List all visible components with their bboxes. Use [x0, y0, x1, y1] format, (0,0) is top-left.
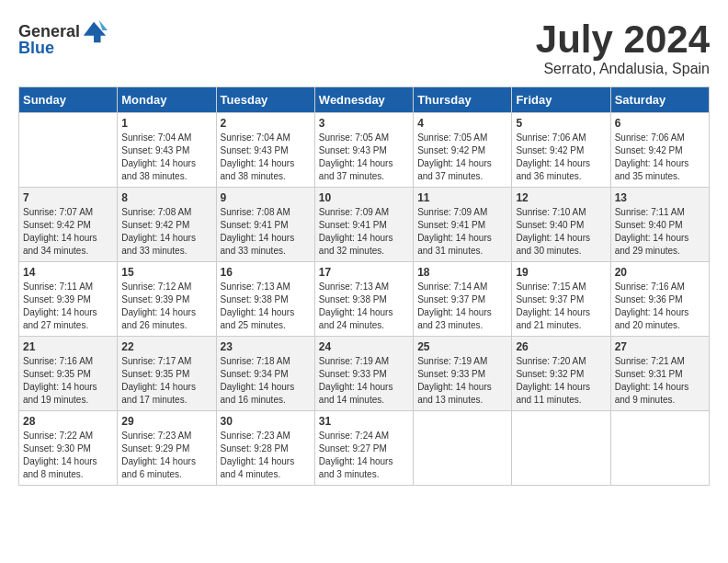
day-info: Sunrise: 7:08 AMSunset: 9:42 PMDaylight:… — [121, 206, 211, 258]
calendar-cell — [414, 411, 512, 486]
day-number: 25 — [417, 340, 507, 353]
day-info: Sunrise: 7:17 AMSunset: 9:35 PMDaylight:… — [121, 355, 211, 407]
calendar-cell: 18Sunrise: 7:14 AMSunset: 9:37 PMDayligh… — [414, 262, 512, 337]
calendar-cell: 6Sunrise: 7:06 AMSunset: 9:42 PMDaylight… — [610, 113, 709, 188]
calendar-cell: 28Sunrise: 7:22 AMSunset: 9:30 PMDayligh… — [19, 411, 118, 486]
day-info: Sunrise: 7:10 AMSunset: 9:40 PMDaylight:… — [516, 206, 606, 258]
day-info: Sunrise: 7:15 AMSunset: 9:37 PMDaylight:… — [516, 281, 606, 332]
calendar-cell: 3Sunrise: 7:05 AMSunset: 9:43 PMDaylight… — [314, 113, 413, 188]
day-info: Sunrise: 7:07 AMSunset: 9:42 PMDaylight:… — [23, 206, 113, 258]
day-info: Sunrise: 7:23 AMSunset: 9:28 PMDaylight:… — [221, 430, 311, 481]
calendar-cell: 30Sunrise: 7:23 AMSunset: 9:28 PMDayligh… — [216, 411, 314, 486]
calendar-week-row: 1Sunrise: 7:04 AMSunset: 9:43 PMDaylight… — [19, 113, 710, 188]
calendar-cell: 4Sunrise: 7:05 AMSunset: 9:42 PMDaylight… — [414, 113, 512, 188]
day-info: Sunrise: 7:06 AMSunset: 9:42 PMDaylight:… — [615, 132, 705, 183]
calendar-cell: 20Sunrise: 7:16 AMSunset: 9:36 PMDayligh… — [610, 262, 709, 337]
day-info: Sunrise: 7:21 AMSunset: 9:31 PMDaylight:… — [615, 355, 705, 407]
day-number: 18 — [417, 266, 507, 279]
day-info: Sunrise: 7:11 AMSunset: 9:39 PMDaylight:… — [23, 281, 113, 332]
day-info: Sunrise: 7:23 AMSunset: 9:29 PMDaylight:… — [121, 430, 211, 481]
day-number: 5 — [516, 117, 606, 130]
day-number: 1 — [121, 117, 211, 130]
day-info: Sunrise: 7:12 AMSunset: 9:39 PMDaylight:… — [121, 281, 211, 332]
day-number: 19 — [516, 266, 606, 279]
calendar-cell: 25Sunrise: 7:19 AMSunset: 9:33 PMDayligh… — [414, 337, 512, 411]
calendar-cell: 2Sunrise: 7:04 AMSunset: 9:43 PMDaylight… — [216, 113, 314, 188]
day-info: Sunrise: 7:05 AMSunset: 9:42 PMDaylight:… — [417, 132, 507, 183]
day-number: 21 — [23, 340, 113, 353]
calendar-table: SundayMondayTuesdayWednesdayThursdayFrid… — [18, 86, 710, 486]
calendar-header-row: SundayMondayTuesdayWednesdayThursdayFrid… — [19, 87, 710, 113]
day-info: Sunrise: 7:24 AMSunset: 9:27 PMDaylight:… — [319, 430, 409, 481]
header: General Blue July 2024 Serrato, Andalusi… — [18, 18, 710, 77]
calendar-cell: 11Sunrise: 7:09 AMSunset: 9:41 PMDayligh… — [414, 188, 512, 262]
day-number: 24 — [319, 340, 409, 353]
day-number: 13 — [615, 191, 705, 204]
col-header-friday: Friday — [512, 87, 610, 113]
calendar-cell: 7Sunrise: 7:07 AMSunset: 9:42 PMDaylight… — [19, 188, 118, 262]
day-number: 9 — [221, 191, 311, 204]
day-info: Sunrise: 7:22 AMSunset: 9:30 PMDaylight:… — [23, 430, 113, 481]
calendar-cell: 13Sunrise: 7:11 AMSunset: 9:40 PMDayligh… — [610, 188, 709, 262]
logo-icon — [82, 18, 108, 44]
calendar-cell: 16Sunrise: 7:13 AMSunset: 9:38 PMDayligh… — [216, 262, 314, 337]
day-number: 2 — [221, 117, 311, 130]
day-number: 29 — [121, 415, 211, 428]
calendar-cell: 26Sunrise: 7:20 AMSunset: 9:32 PMDayligh… — [512, 337, 610, 411]
day-number: 17 — [319, 266, 409, 279]
day-info: Sunrise: 7:13 AMSunset: 9:38 PMDaylight:… — [319, 281, 409, 332]
calendar-cell — [512, 411, 610, 486]
day-info: Sunrise: 7:13 AMSunset: 9:38 PMDaylight:… — [221, 281, 311, 332]
day-number: 23 — [221, 340, 311, 353]
day-info: Sunrise: 7:05 AMSunset: 9:43 PMDaylight:… — [319, 132, 409, 183]
day-number: 16 — [221, 266, 311, 279]
col-header-thursday: Thursday — [414, 87, 512, 113]
calendar-cell: 17Sunrise: 7:13 AMSunset: 9:38 PMDayligh… — [314, 262, 413, 337]
day-number: 20 — [615, 266, 705, 279]
day-info: Sunrise: 7:18 AMSunset: 9:34 PMDaylight:… — [221, 355, 311, 407]
day-number: 7 — [23, 191, 113, 204]
day-info: Sunrise: 7:04 AMSunset: 9:43 PMDaylight:… — [121, 132, 211, 183]
calendar-cell: 8Sunrise: 7:08 AMSunset: 9:42 PMDaylight… — [118, 188, 216, 262]
day-number: 31 — [319, 415, 409, 428]
calendar-cell: 22Sunrise: 7:17 AMSunset: 9:35 PMDayligh… — [118, 337, 216, 411]
calendar-cell: 19Sunrise: 7:15 AMSunset: 9:37 PMDayligh… — [512, 262, 610, 337]
day-number: 11 — [417, 191, 507, 204]
calendar-cell: 1Sunrise: 7:04 AMSunset: 9:43 PMDaylight… — [118, 113, 216, 188]
day-info: Sunrise: 7:19 AMSunset: 9:33 PMDaylight:… — [319, 355, 409, 407]
calendar-week-row: 7Sunrise: 7:07 AMSunset: 9:42 PMDaylight… — [19, 188, 710, 262]
day-number: 22 — [121, 340, 211, 353]
day-info: Sunrise: 7:16 AMSunset: 9:36 PMDaylight:… — [615, 281, 705, 332]
day-info: Sunrise: 7:04 AMSunset: 9:43 PMDaylight:… — [221, 132, 311, 183]
calendar-cell — [19, 113, 118, 188]
calendar-cell: 24Sunrise: 7:19 AMSunset: 9:33 PMDayligh… — [314, 337, 413, 411]
calendar-week-row: 28Sunrise: 7:22 AMSunset: 9:30 PMDayligh… — [19, 411, 710, 486]
day-number: 10 — [319, 191, 409, 204]
day-number: 28 — [23, 415, 113, 428]
day-number: 15 — [121, 266, 211, 279]
col-header-wednesday: Wednesday — [314, 87, 413, 113]
day-number: 8 — [121, 191, 211, 204]
calendar-week-row: 21Sunrise: 7:16 AMSunset: 9:35 PMDayligh… — [19, 337, 710, 411]
calendar-cell: 21Sunrise: 7:16 AMSunset: 9:35 PMDayligh… — [19, 337, 118, 411]
day-info: Sunrise: 7:16 AMSunset: 9:35 PMDaylight:… — [23, 355, 113, 407]
day-info: Sunrise: 7:09 AMSunset: 9:41 PMDaylight:… — [417, 206, 507, 258]
day-info: Sunrise: 7:11 AMSunset: 9:40 PMDaylight:… — [615, 206, 705, 258]
day-info: Sunrise: 7:20 AMSunset: 9:32 PMDaylight:… — [516, 355, 606, 407]
svg-marker-1 — [99, 20, 108, 30]
col-header-sunday: Sunday — [19, 87, 118, 113]
day-number: 6 — [615, 117, 705, 130]
logo-blue-text: Blue — [18, 39, 54, 58]
title-area: July 2024 Serrato, Andalusia, Spain — [536, 18, 710, 77]
col-header-tuesday: Tuesday — [216, 87, 314, 113]
day-info: Sunrise: 7:14 AMSunset: 9:37 PMDaylight:… — [417, 281, 507, 332]
day-info: Sunrise: 7:09 AMSunset: 9:41 PMDaylight:… — [319, 206, 409, 258]
day-info: Sunrise: 7:06 AMSunset: 9:42 PMDaylight:… — [516, 132, 606, 183]
col-header-monday: Monday — [118, 87, 216, 113]
calendar-cell: 31Sunrise: 7:24 AMSunset: 9:27 PMDayligh… — [314, 411, 413, 486]
calendar-cell: 10Sunrise: 7:09 AMSunset: 9:41 PMDayligh… — [314, 188, 413, 262]
calendar-cell: 15Sunrise: 7:12 AMSunset: 9:39 PMDayligh… — [118, 262, 216, 337]
calendar-cell: 9Sunrise: 7:08 AMSunset: 9:41 PMDaylight… — [216, 188, 314, 262]
calendar-cell: 27Sunrise: 7:21 AMSunset: 9:31 PMDayligh… — [610, 337, 709, 411]
day-number: 26 — [516, 340, 606, 353]
